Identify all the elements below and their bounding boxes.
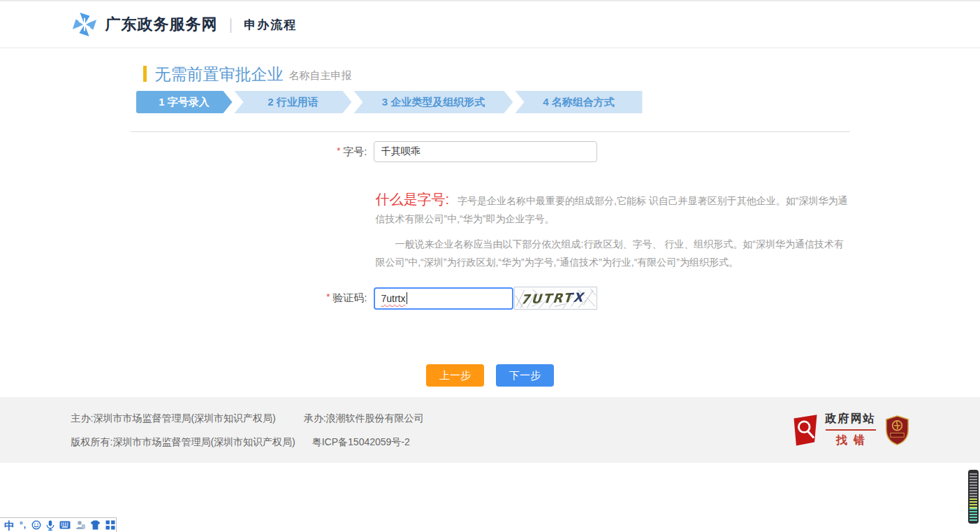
ime-toolbar: 中 °,: [0, 517, 117, 532]
previous-step-button[interactable]: 上一步: [426, 364, 484, 387]
text-caret: [407, 292, 407, 304]
host-label: 主办:: [71, 412, 94, 424]
undertaker-value: 浪潮软件股份有限公司: [326, 412, 424, 424]
next-step-button[interactable]: 下一步: [496, 364, 554, 387]
microphone-icon: [46, 520, 54, 531]
person-icon: [75, 520, 85, 530]
footer-text: 主办:深圳市市场监督管理局(深圳市知识产权局)承办:浪潮软件股份有限公司 版权所…: [71, 411, 424, 449]
site-header: 广东政务服务网 | 申办流程: [0, 0, 980, 48]
title-accent-bar: [143, 66, 147, 82]
magnifier-flag-icon: [791, 414, 819, 446]
ime-menu-button[interactable]: [105, 520, 115, 530]
captcha-label: *验证码:: [131, 292, 374, 305]
error-badge-line2: 找错: [826, 433, 876, 448]
step-wizard: 1 字号录入 2 行业用语 3 企业类型及组织形式 4 名称组合方式: [136, 91, 641, 113]
copyright-label: 版权所有:: [71, 436, 113, 447]
smiley-icon: [31, 520, 41, 530]
shield-icon: [885, 415, 909, 445]
main-content: 无需前置审批企业 名称自主申报 1 字号录入 2 行业用语 3 企业类型及组织形…: [0, 48, 980, 397]
step-tab-2-industry-term[interactable]: 2 行业用语: [235, 91, 352, 113]
wizard-buttons: 上一步 下一步: [131, 364, 850, 387]
captcha-input-value: 7utrtx: [381, 293, 406, 304]
ime-account-button[interactable]: [75, 520, 85, 530]
pinwheel-logo-icon: [71, 11, 98, 38]
step-tab-4-name-combination[interactable]: 4 名称组合方式: [515, 91, 643, 113]
icp-number[interactable]: 粤ICP备15042059号-2: [312, 436, 410, 447]
site-name: 广东政务服务网: [105, 14, 218, 35]
page-subtitle: 名称自主申报: [289, 68, 352, 83]
page-name: 申办流程: [244, 17, 297, 33]
section-divider: [131, 131, 850, 132]
page: 广东政务服务网 | 申办流程 无需前置审批企业 名称自主申报 1 字号录入 2 …: [0, 0, 980, 532]
shirt-icon: [90, 520, 101, 530]
captcha-row: *验证码: 7utrtx: [131, 287, 850, 310]
site-footer: 主办:深圳市市场监督管理局(深圳市知识产权局)承办:浪潮软件股份有限公司 版权所…: [0, 397, 980, 463]
footer-badges: 政府网站 找错: [791, 412, 909, 448]
credit-shield-badge[interactable]: [885, 415, 909, 445]
ime-soft-keyboard-button[interactable]: [59, 521, 71, 529]
step-tab-1-name-entry[interactable]: 1 字号录入: [136, 91, 233, 113]
error-badge-line1: 政府网站: [826, 412, 876, 431]
site-brand[interactable]: 广东政务服务网: [71, 11, 218, 38]
grid-menu-icon: [105, 520, 115, 530]
level-stripes-gray: [970, 473, 977, 498]
step-tab-3-company-type[interactable]: 3 企业类型及组织形式: [354, 91, 513, 113]
explanation-heading: 什么是字号:: [376, 192, 450, 207]
required-asterisk: *: [326, 292, 330, 302]
trade-name-input[interactable]: [374, 141, 597, 162]
trade-name-explanation: 什么是字号:字号是企业名称中最重要的组成部分,它能标 识自己并显著区别于其他企业…: [376, 190, 849, 271]
required-asterisk: *: [337, 145, 340, 156]
captcha-image[interactable]: 7UTRTX: [514, 287, 597, 310]
captcha-text: 7UTRTX: [520, 289, 585, 306]
ime-emoji-button[interactable]: [31, 520, 41, 530]
undertaker-label: 承办:: [304, 412, 326, 424]
explanation-paragraph-2: 一般说来企业名称应当由以下部分依次组成:行政区划、字号、 行业、组织形式。如“深…: [376, 235, 849, 271]
trade-name-label: *字号:: [131, 145, 374, 159]
ime-skin-button[interactable]: [90, 520, 101, 530]
level-stripes-yellow: [970, 498, 977, 508]
ime-chinese-mode-button[interactable]: 中: [4, 520, 15, 531]
header-separator: |: [229, 15, 233, 34]
page-title-text: 无需前置审批企业: [155, 65, 284, 83]
trade-name-row: *字号:: [131, 141, 850, 162]
level-stripes-teal: [970, 508, 977, 521]
page-title: 无需前置审批企业 名称自主申报: [143, 64, 850, 83]
keyboard-icon: [59, 521, 71, 529]
copyright-value: 深圳市市场监督管理局(深圳市知识产权局): [112, 436, 295, 447]
ime-punctuation-button[interactable]: °,: [20, 521, 27, 529]
host-value: 深圳市市场监督管理局(深圳市知识产权局): [93, 412, 275, 424]
audio-level-widget: [968, 470, 979, 524]
gov-site-error-report-badge[interactable]: 政府网站 找错: [791, 412, 876, 448]
captcha-input[interactable]: 7utrtx: [374, 287, 513, 310]
ime-voice-input-button[interactable]: [46, 520, 54, 531]
